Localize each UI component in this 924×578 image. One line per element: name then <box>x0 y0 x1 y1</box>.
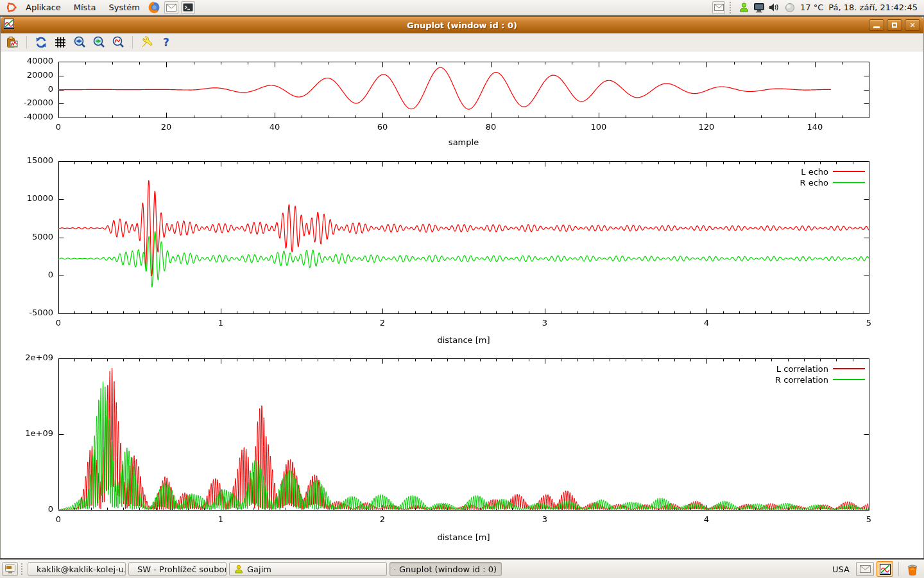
top-panel: Aplikace Místa Systém <box>0 0 924 15</box>
show-desktop-button[interactable] <box>2 562 18 576</box>
task-label: Gajim <box>247 565 271 574</box>
maximize-button[interactable] <box>887 19 902 31</box>
weather-icon[interactable] <box>783 1 796 14</box>
menu-system[interactable]: Systém <box>103 1 144 13</box>
toolbar: ? <box>1 33 923 51</box>
settings-icon[interactable] <box>139 35 155 50</box>
task-label: Gnuplot (window id : 0) <box>399 565 497 574</box>
mail-icon[interactable] <box>164 1 178 14</box>
zoom-previous-icon[interactable] <box>72 35 87 50</box>
gajim-icon <box>234 565 243 574</box>
svg-text:?: ? <box>163 36 169 49</box>
task-label: SW - Prohlížeč souborů <box>137 565 227 574</box>
plot-area[interactable]: 020406080100120140-40000-200000200004000… <box>1 51 923 558</box>
task-button-terminal[interactable]: kaklik@kaklik-kolej-u... <box>28 562 126 576</box>
help-icon[interactable]: ? <box>158 35 174 50</box>
grid-icon[interactable] <box>53 35 68 50</box>
task-button-gajim[interactable]: Gajim <box>229 562 387 576</box>
trash-icon[interactable] <box>904 561 921 577</box>
taskbar: kaklik@kaklik-kolej-u... SW - Prohlížeč … <box>0 559 924 578</box>
menu-places[interactable]: Místa <box>69 1 101 13</box>
user-switcher-icon[interactable] <box>737 1 750 14</box>
copy-icon[interactable] <box>4 35 20 50</box>
temperature-label[interactable]: 17 °C <box>800 3 823 12</box>
volume-icon[interactable] <box>768 1 781 14</box>
replot-icon[interactable] <box>33 35 49 50</box>
firefox-icon[interactable] <box>148 1 162 14</box>
terminal-icon[interactable] <box>181 1 195 14</box>
display-icon[interactable] <box>753 1 766 14</box>
task-button-gnuplot[interactable]: Gnuplot (window id : 0) <box>389 562 502 576</box>
plot-canvas[interactable] <box>1 51 924 558</box>
clock-label[interactable]: Pá, 18. září, 21:42:45 <box>828 3 918 12</box>
gnuplot-window: Gnuplot (window id : 0) ✕ <box>0 17 924 558</box>
toolbar-separator <box>26 36 27 49</box>
zoom-next-icon[interactable] <box>91 35 107 50</box>
toolbar-separator <box>132 36 133 49</box>
taskbar-separator <box>898 562 899 576</box>
task-label: kaklik@kaklik-kolej-u... <box>37 565 126 574</box>
ubuntu-logo-icon[interactable] <box>4 1 18 14</box>
window-title: Gnuplot (window id : 0) <box>1 21 923 30</box>
applet-handle[interactable] <box>730 2 733 13</box>
menu-applications[interactable]: Aplikace <box>21 1 66 13</box>
applet-handle[interactable] <box>21 563 24 575</box>
minimize-button[interactable] <box>869 19 884 31</box>
gnuplot-icon <box>395 565 395 574</box>
close-button[interactable]: ✕ <box>905 19 920 31</box>
task-button-file-manager[interactable]: SW - Prohlížeč souborů <box>128 562 227 576</box>
mail-tray-icon[interactable] <box>856 562 874 576</box>
mail-tray-icon[interactable] <box>712 1 725 14</box>
titlebar[interactable]: Gnuplot (window id : 0) ✕ <box>1 17 923 33</box>
autoscale-icon[interactable] <box>110 35 126 50</box>
gnuplot-tray-icon[interactable] <box>877 561 893 577</box>
keyboard-layout-indicator[interactable]: USA <box>832 565 850 574</box>
